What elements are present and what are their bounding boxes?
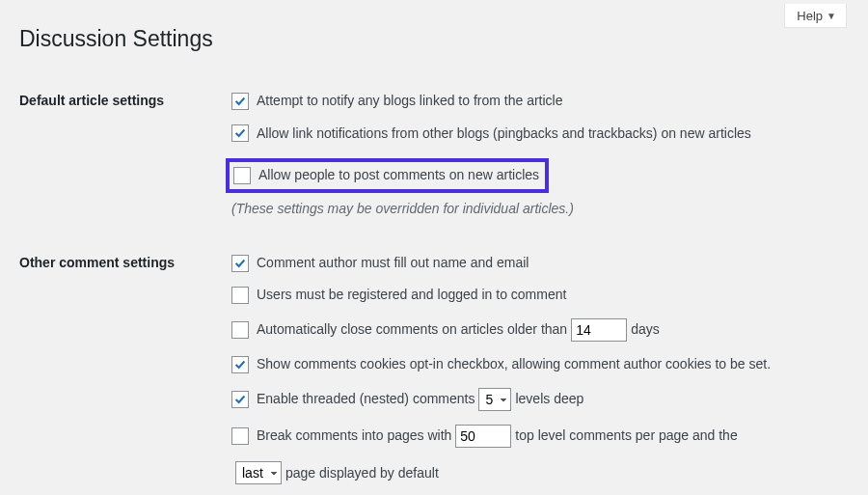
close-days-input[interactable] [571,318,627,342]
label-text: levels deep [515,390,583,409]
checkbox-row-close[interactable]: Automatically close comments on articles… [231,318,839,342]
checkbox-cookies[interactable] [231,356,249,373]
help-tab[interactable]: Help ▼ [784,4,847,28]
checkbox-row-cookies[interactable]: Show comments cookies opt-in checkbox, a… [231,355,839,374]
chevron-down-icon: ▼ [827,11,836,21]
checkbox-row-allow-comments[interactable]: Allow people to post comments on new art… [233,166,539,185]
label-text: days [631,320,660,340]
checkbox-label: Users must be registered and logged in t… [257,286,566,305]
help-label: Help [797,9,823,23]
checkbox-row-pingback[interactable]: Allow link notifications from other blog… [231,124,839,144]
checkbox-row-break[interactable]: Break comments into pages with top level… [231,425,839,448]
checkbox-close[interactable] [231,321,249,339]
checkbox-pingback[interactable] [231,124,249,142]
label-text: top level comments per page and the [515,426,737,446]
checkbox-break[interactable] [231,427,249,445]
section-heading-other-comment: Other comment settings [19,235,222,495]
checkbox-label: Attempt to notify any blogs linked to fr… [257,92,563,111]
page-title: Discussion Settings [19,17,849,56]
checkbox-threaded[interactable] [231,391,249,408]
checkmark-icon [233,393,247,406]
checkbox-row-name-email[interactable]: Comment author must fill out name and em… [231,254,839,273]
highlight-allow-comments: Allow people to post comments on new art… [226,158,549,193]
checkbox-name-email[interactable] [231,255,249,272]
checkbox-label: Comment author must fill out name and em… [257,254,529,273]
checkbox-row-threaded[interactable]: Enable threaded (nested) comments 5 leve… [231,388,839,411]
settings-note: (These settings may be overridden for in… [231,201,839,216]
label-text: page displayed by default [285,465,439,481]
checkmark-icon [233,126,247,140]
label-text: Automatically close comments on articles… [257,320,567,340]
label-text: Enable threaded (nested) comments [257,390,475,409]
checkbox-row-registered[interactable]: Users must be registered and logged in t… [231,286,839,305]
checkbox-label: Allow link notifications from other blog… [257,124,751,144]
page-default-row: last page displayed by default [231,461,839,484]
checkbox-label: Show comments cookies opt-in checkbox, a… [257,355,771,374]
checkmark-icon [233,358,247,371]
checkbox-allow-comments[interactable] [233,167,251,184]
label-text: Break comments into pages with [257,426,451,446]
checkbox-label: Allow people to post comments on new art… [258,166,539,185]
page-default-select[interactable]: last [235,461,282,484]
checkmark-icon [233,257,247,270]
break-perpage-input[interactable] [455,425,511,448]
checkbox-row-notify[interactable]: Attempt to notify any blogs linked to fr… [231,92,839,111]
checkbox-notify[interactable] [231,93,249,110]
section-heading-default-article: Default article settings [19,73,222,235]
checkbox-registered[interactable] [231,287,249,304]
threaded-levels-select[interactable]: 5 [478,388,511,411]
checkmark-icon [233,95,247,108]
